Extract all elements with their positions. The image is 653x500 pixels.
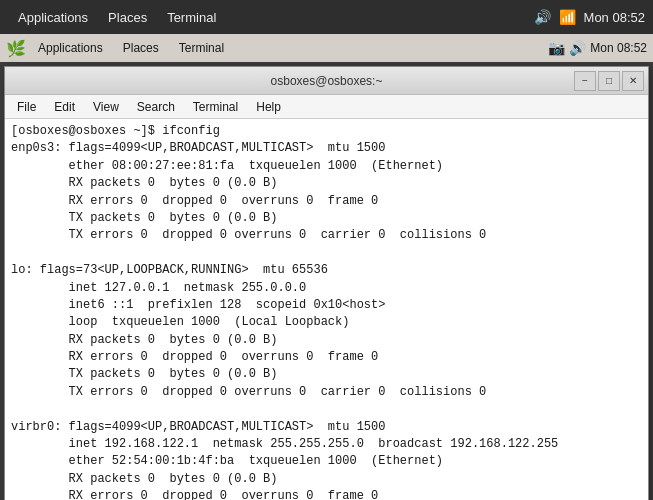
terminal-menu-edit[interactable]: Edit [46,98,83,116]
taskbar-applications-label: Applications [38,41,103,55]
network-icon[interactable]: 📶 [559,9,576,25]
maximize-button[interactable]: □ [598,71,620,91]
terminal-menu-search[interactable]: Search [129,98,183,116]
terminal-menubar: File Edit View Search Terminal Help [5,95,648,119]
terminal-titlebar: osboxes@osboxes:~ − □ ✕ [5,67,648,95]
terminal-menu-help[interactable]: Help [248,98,289,116]
taskbar-icon: 🌿 [6,39,26,58]
taskbar-applications[interactable]: Applications [30,39,111,57]
system-menu-applications[interactable]: Applications [8,6,98,29]
terminal-menu-view[interactable]: View [85,98,127,116]
close-button[interactable]: ✕ [622,71,644,91]
terminal-window: osboxes@osboxes:~ − □ ✕ File Edit View S… [4,66,649,500]
terminal-content[interactable]: [osboxes@osboxes ~]$ ifconfig enp0s3: fl… [5,119,648,500]
terminal-menu-terminal[interactable]: Terminal [185,98,246,116]
taskbar-places[interactable]: Places [115,39,167,57]
terminal-window-title: osboxes@osboxes:~ [271,74,383,88]
taskbar-volume-icon[interactable]: 🔊 [569,40,586,56]
taskbar: 🌿 Applications Places Terminal 📷 🔊 Mon 0… [0,34,653,62]
window-controls: − □ ✕ [574,71,644,91]
taskbar-screenshot-icon[interactable]: 📷 [548,40,565,56]
terminal-menu-file[interactable]: File [9,98,44,116]
taskbar-clock: Mon 08:52 [590,41,647,55]
taskbar-terminal-menu[interactable]: Terminal [171,39,232,57]
system-clock: Mon 08:52 [584,10,645,25]
system-menu-places[interactable]: Places [98,6,157,29]
system-bar-right: 🔊 📶 Mon 08:52 [534,9,645,25]
system-bar: Applications Places Terminal 🔊 📶 Mon 08:… [0,0,653,34]
taskbar-terminal-label: Terminal [179,41,224,55]
volume-icon[interactable]: 🔊 [534,9,551,25]
minimize-button[interactable]: − [574,71,596,91]
taskbar-places-label: Places [123,41,159,55]
system-menu-terminal[interactable]: Terminal [157,6,226,29]
